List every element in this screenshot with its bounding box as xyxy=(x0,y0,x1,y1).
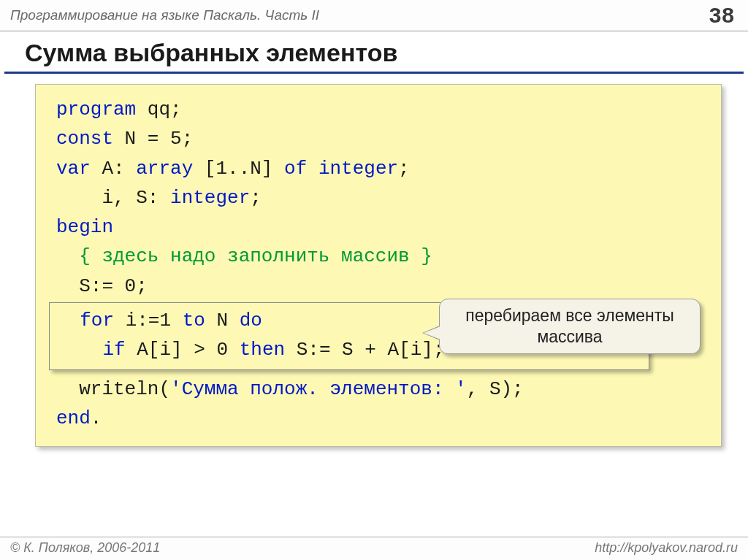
code-line: S:= 0; xyxy=(56,272,701,301)
copyright-text: © К. Поляков, 2006-2011 xyxy=(10,540,160,556)
code-line: const N = 5; xyxy=(56,124,701,153)
slide-title: Сумма выбранных элементов xyxy=(4,31,744,74)
code-line: begin xyxy=(56,212,701,242)
slide-header: Программирование на языке Паскаль. Часть… xyxy=(0,0,748,31)
code-block: program qq; const N = 5; var A: array [1… xyxy=(35,84,722,447)
page-number: 38 xyxy=(709,3,735,28)
slide-footer: © К. Поляков, 2006-2011 http://kpolyakov… xyxy=(0,537,748,560)
code-line: i, S: integer; xyxy=(56,183,701,212)
code-line: writeln('Сумма полож. элементов: ', S); xyxy=(56,375,701,404)
annotation-callout: перебираем все элементы массива xyxy=(439,299,701,354)
header-title: Программирование на языке Паскаль. Часть… xyxy=(10,7,319,23)
code-line: end. xyxy=(56,404,701,433)
code-line: program qq; xyxy=(56,95,701,124)
callout-text: перебираем все элементы массива xyxy=(465,306,674,346)
code-line: var A: array [1..N] of integer; xyxy=(56,154,701,183)
footer-url: http://kpolyakov.narod.ru xyxy=(595,540,738,556)
code-comment: { здесь надо заполнить массив } xyxy=(56,242,701,271)
